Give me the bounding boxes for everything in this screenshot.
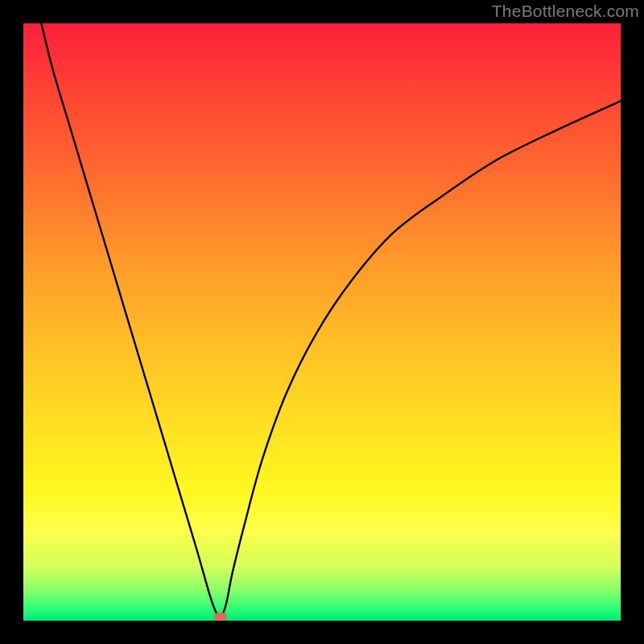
- bottleneck-curve: [23, 23, 621, 621]
- curve-right-branch: [221, 101, 621, 621]
- chart-frame: TheBottleneck.com: [0, 0, 644, 644]
- curve-left-branch: [41, 23, 221, 621]
- minimum-marker: [214, 613, 227, 621]
- plot-area: [23, 23, 621, 621]
- watermark-text: TheBottleneck.com: [492, 2, 639, 21]
